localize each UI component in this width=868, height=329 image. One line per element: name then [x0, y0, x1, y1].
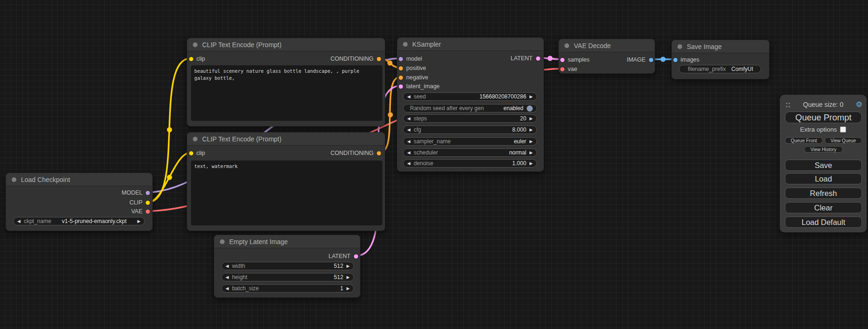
input-port-model[interactable]: model	[399, 55, 422, 63]
input-port-latent-image[interactable]: latent_image	[399, 82, 440, 91]
increment-arrow-icon[interactable]: ▶	[529, 161, 533, 166]
clear-button[interactable]: Clear	[785, 202, 862, 213]
output-port-conditioning[interactable]: CONDITIONING	[331, 55, 381, 63]
input-port-negative[interactable]: negative	[399, 73, 428, 82]
node-title-bar[interactable]: KSampler	[397, 38, 543, 51]
load-button[interactable]: Load	[785, 173, 862, 184]
node-title-bar[interactable]: VAE Decode	[559, 39, 655, 52]
output-port-latent[interactable]: LATENT	[511, 54, 540, 63]
increment-arrow-icon[interactable]: ▶	[529, 140, 533, 144]
load-default-button[interactable]: Load Default	[785, 217, 862, 228]
port-dot[interactable]	[146, 210, 150, 214]
widget-sampler-name[interactable]: ◀ sampler_name euler ▶	[403, 137, 537, 146]
port-dot[interactable]	[399, 66, 403, 70]
increment-arrow-icon[interactable]: ▶	[529, 151, 533, 155]
node-title-bar[interactable]: CLIP Text Encode (Prompt)	[187, 38, 385, 51]
decrement-arrow-icon[interactable]: ◀	[226, 287, 229, 291]
widget-steps[interactable]: ◀ steps 20 ▶	[403, 114, 537, 123]
view-history-button[interactable]: View History	[804, 146, 843, 153]
drag-handle-icon[interactable]	[785, 102, 790, 108]
node-canvas[interactable]: { "colors": { "model": "#B39DDB", "clip"…	[0, 0, 868, 329]
increment-arrow-icon[interactable]: ▶	[346, 275, 350, 280]
output-port-vae[interactable]: VAE	[131, 207, 150, 216]
decrement-arrow-icon[interactable]: ◀	[407, 128, 410, 132]
port-dot[interactable]	[399, 57, 403, 61]
output-port-latent[interactable]: LATENT	[329, 252, 358, 260]
extra-options-checkbox[interactable]	[840, 126, 846, 133]
widget-ckpt-name[interactable]: ◀ ckpt_name v1-5-pruned-emaonly.ckpt ▶	[13, 217, 145, 225]
output-port-conditioning[interactable]: CONDITIONING	[331, 149, 381, 157]
port-dot[interactable]	[399, 76, 403, 80]
input-port-clip[interactable]: clip	[189, 55, 205, 63]
port-dot[interactable]	[189, 151, 193, 155]
port-dot[interactable]	[377, 151, 381, 155]
collapse-dot-icon[interactable]	[677, 44, 682, 49]
input-port-positive[interactable]: positive	[399, 64, 426, 72]
increment-arrow-icon[interactable]: ▶	[529, 117, 533, 121]
node-ksampler[interactable]: KSampler model positive negative latent_…	[397, 37, 544, 172]
port-dot[interactable]	[189, 57, 193, 61]
output-port-image[interactable]: IMAGE	[627, 56, 653, 64]
node-title-bar[interactable]: Save Image	[672, 40, 769, 53]
widget-height[interactable]: ◀ height 512 ▶	[221, 273, 354, 281]
node-vae-decode[interactable]: VAE Decode samples vae IMAGE	[558, 39, 655, 74]
decrement-arrow-icon[interactable]: ◀	[407, 95, 410, 99]
widget-denoise[interactable]: ◀ denoise 1.000 ▶	[403, 159, 537, 168]
port-dot[interactable]	[377, 57, 381, 61]
port-dot[interactable]	[146, 201, 150, 205]
node-empty-latent-image[interactable]: Empty Latent Image LATENT ◀ width 512 ▶ …	[214, 235, 360, 298]
decrement-arrow-icon[interactable]: ◀	[407, 151, 410, 155]
save-button[interactable]: Save	[785, 160, 862, 171]
increment-arrow-icon[interactable]: ▶	[529, 128, 533, 132]
decrement-arrow-icon[interactable]: ◀	[407, 140, 410, 144]
increment-arrow-icon[interactable]: ▶	[137, 219, 141, 224]
decrement-arrow-icon[interactable]: ◀	[226, 264, 229, 268]
port-dot[interactable]	[146, 191, 150, 195]
port-dot[interactable]	[399, 84, 403, 89]
input-port-clip[interactable]: clip	[189, 149, 205, 157]
output-port-clip[interactable]: CLIP	[129, 198, 150, 207]
node-save-image[interactable]: Save Image images filename_prefix ComfyU…	[671, 40, 769, 79]
port-dot[interactable]	[560, 67, 565, 71]
increment-arrow-icon[interactable]: ▶	[346, 264, 350, 268]
collapse-dot-icon[interactable]	[220, 239, 225, 244]
node-clip-text-encode-1[interactable]: CLIP Text Encode (Prompt) clip CONDITION…	[187, 38, 385, 126]
widget-random-seed-toggle[interactable]: Random seed after every gen enabled	[403, 104, 537, 112]
view-queue-button[interactable]: View Queue	[825, 137, 862, 144]
node-title-bar[interactable]: Empty Latent Image	[214, 235, 360, 248]
port-dot[interactable]	[560, 58, 565, 62]
widget-width[interactable]: ◀ width 512 ▶	[221, 262, 354, 270]
output-port-model[interactable]: MODEL	[122, 189, 150, 197]
collapse-dot-icon[interactable]	[193, 137, 198, 141]
node-title-bar[interactable]: Load Checkpoint	[6, 173, 152, 186]
widget-batch-size[interactable]: ◀ batch_size 1 ▶	[221, 284, 354, 293]
widget-scheduler[interactable]: ◀ scheduler normal ▶	[403, 148, 537, 157]
queue-front-button[interactable]: Queue Front	[785, 137, 823, 144]
port-dot[interactable]	[649, 58, 653, 62]
decrement-arrow-icon[interactable]: ◀	[17, 219, 21, 224]
increment-arrow-icon[interactable]: ▶	[529, 95, 533, 99]
widget-filename-prefix[interactable]: filename_prefix ComfyUI	[679, 65, 761, 73]
node-title-bar[interactable]: CLIP Text Encode (Prompt)	[187, 133, 385, 146]
decrement-arrow-icon[interactable]: ◀	[407, 161, 410, 166]
collapse-dot-icon[interactable]	[193, 42, 198, 47]
decrement-arrow-icon[interactable]: ◀	[407, 117, 410, 121]
settings-gear-icon[interactable]: ⚙	[856, 100, 862, 109]
collapse-dot-icon[interactable]	[565, 43, 569, 48]
increment-arrow-icon[interactable]: ▶	[346, 287, 350, 291]
collapse-dot-icon[interactable]	[12, 177, 16, 182]
input-port-images[interactable]: images	[673, 56, 699, 64]
node-clip-text-encode-2[interactable]: CLIP Text Encode (Prompt) clip CONDITION…	[187, 132, 385, 231]
port-dot[interactable]	[536, 56, 540, 61]
decrement-arrow-icon[interactable]: ◀	[226, 275, 229, 280]
collapse-dot-icon[interactable]	[403, 42, 408, 47]
refresh-button[interactable]: Refresh	[785, 188, 862, 199]
toggle-knob-icon[interactable]	[527, 105, 533, 112]
prompt-textarea[interactable]: text, watermark	[191, 161, 382, 225]
queue-prompt-button[interactable]: Queue Prompt	[785, 112, 862, 123]
node-load-checkpoint[interactable]: Load Checkpoint MODEL CLIP VAE ◀ ckpt_na…	[6, 173, 153, 231]
widget-cfg[interactable]: ◀ cfg 8.000 ▶	[403, 126, 537, 134]
input-port-vae[interactable]: vae	[560, 65, 577, 73]
port-dot[interactable]	[354, 254, 358, 259]
port-dot[interactable]	[673, 58, 677, 62]
